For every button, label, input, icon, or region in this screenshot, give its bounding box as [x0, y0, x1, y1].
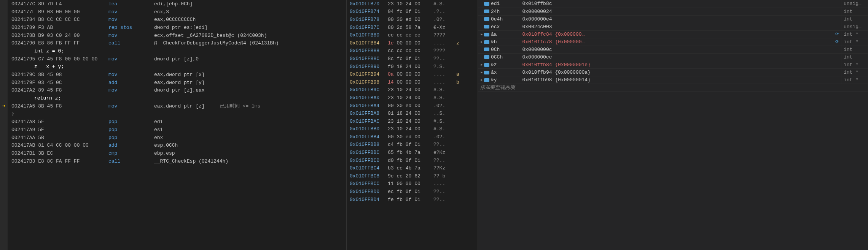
memory-row[interactable]: 0x010FFBD0ec fb 0f 01??.. [347, 188, 478, 196]
asm-line[interactable]: 0024178B B9 03 C0 24 00movecx,offset _6A… [0, 32, 346, 40]
watch-row[interactable]: 0e4h0x000000e4int [478, 15, 868, 23]
source-line[interactable]: z = x + y; [0, 63, 346, 71]
memory-row[interactable]: 0x010FFB7404 fc 0f 01.?.. [347, 8, 478, 16]
memory-hex: 00 30 ed 00 [388, 134, 433, 140]
source-line[interactable]: return z; [0, 94, 346, 102]
asm-line[interactable]: 002417AB 81 C4 CC 00 00 00addesp,0CCh [0, 141, 346, 149]
asm-line[interactable]: 00241795 C7 45 F8 00 00 00 00movdword pt… [0, 55, 346, 63]
refresh-icon[interactable]: ⟳ [835, 32, 839, 36]
watch-value-cell[interactable]: 0x00000024 [520, 8, 841, 15]
watch-row[interactable]: ▸&a0x010ffc84 {0x000000…⟳int * [478, 30, 868, 38]
asm-address-bytes: 00241795 C7 45 F8 00 00 00 00 [11, 56, 108, 62]
memory-address: 0x010FFB9C [350, 87, 388, 93]
refresh-icon[interactable]: ⟳ [835, 39, 839, 44]
watch-name-cell[interactable]: ▸&y [478, 76, 520, 84]
watch-row[interactable]: ▸&z0x010ffb84 {0x0000001e}int * [478, 61, 868, 68]
watch-value-cell[interactable]: 0x0024c003 [520, 23, 841, 30]
memory-row[interactable]: 0x010FFB8C8c fc 0f 01??.. [347, 55, 478, 63]
memory-row[interactable]: 0x010FFBD4fe fb 0f 01??.. [347, 196, 478, 204]
breakpoint-gutter[interactable] [0, 0, 8, 250]
memory-row[interactable]: 0x010FFBB400 30 ed 00.0?. [347, 133, 478, 141]
memory-row[interactable]: 0x010FFBCC11 00 00 00.... [347, 180, 478, 188]
memory-address: 0x010FFB94 [350, 71, 388, 77]
asm-line[interactable]: 00241789 F3 ABrep stosdword ptr es:[edi] [0, 24, 346, 32]
source-line[interactable]: int z = 0; [0, 47, 346, 55]
memory-row[interactable]: 0x010FFBB023 10 24 00#.$. [347, 125, 478, 133]
watch-pane[interactable]: edi0x010ffb8cunsig…24h0x00000024int0e4h0… [478, 0, 868, 250]
disassembly-pane[interactable]: 0024177C 8D 7D F4leaedi,[ebp-0Ch]0024177… [0, 0, 346, 250]
asm-line[interactable]: 002417A5 8B 45 F8moveax,dword ptr [z]已用时… [0, 102, 346, 110]
asm-line[interactable]: 00241784 B8 CC CC CC CCmoveax,0CCCCCCCCh [0, 16, 346, 24]
watch-name-cell[interactable]: 0Ch [478, 46, 520, 53]
memory-row[interactable]: 0x010FFBC4b3 ee 4b 7a??Kz [347, 164, 478, 172]
watch-name-cell[interactable]: edi [478, 0, 520, 8]
watch-add-row[interactable]: 添加要监视的项 [478, 84, 868, 91]
watch-name-cell[interactable]: ▸&z [478, 61, 520, 68]
watch-name-cell[interactable]: 0e4h [478, 15, 520, 23]
asm-line[interactable]: 0024179F 03 45 0Caddeax,dword ptr [y] [0, 79, 346, 87]
watch-row[interactable]: 0CCh0x000000ccint [478, 53, 868, 61]
memory-row[interactable]: 0x010FFBAC23 10 24 00#.$. [347, 117, 478, 125]
asm-line[interactable]: 0024177F B9 03 00 00 00movecx,3 [0, 8, 346, 16]
expand-icon[interactable]: ▸ [480, 77, 484, 83]
memory-row[interactable]: 0x010FFBC0d0 fb 0f 01??.. [347, 157, 478, 165]
asm-line[interactable]: 002417A2 89 45 F8movdword ptr [z],eax [0, 87, 346, 95]
memory-row[interactable]: 0x010FFB9814 00 00 00....b [347, 78, 478, 86]
memory-row[interactable]: 0x010FFBBC65 fb 4b 7ae?Kz [347, 149, 478, 157]
watch-value-cell[interactable]: 0x010ffc84 {0x000000…⟳ [520, 30, 841, 38]
asm-line[interactable]: 00241790 E8 86 FB FF FFcall@__CheckForDe… [0, 39, 346, 47]
watch-value-cell[interactable]: 0x000000cc [520, 53, 841, 61]
watch-value-cell[interactable]: 0x0000000c [520, 46, 841, 53]
watch-row[interactable]: ▸&b0x010ffc78 {0x000000…⟳int * [478, 38, 868, 46]
asm-line[interactable]: 002417AA 5Bpopebx [0, 134, 346, 142]
memory-ascii: ?? b [433, 173, 456, 179]
watch-value-cell[interactable]: 0x010ffb8c [520, 0, 841, 8]
asm-line[interactable]: 002417B1 3B ECcmpebp,esp [0, 149, 346, 157]
watch-name-cell[interactable]: ▸&x [478, 68, 520, 76]
memory-address: 0x010FFBCC [350, 181, 388, 187]
memory-row[interactable]: 0x010FFBA801 18 24 00..$. [347, 109, 478, 117]
watch-row[interactable]: edi0x010ffb8cunsig… [478, 0, 868, 8]
memory-row[interactable]: 0x010FFBC89c ec 20 62?? b [347, 172, 478, 180]
watch-row[interactable]: 0Ch0x0000000cint [478, 46, 868, 53]
memory-row[interactable]: 0x010FFB90f0 18 24 00?.$. [347, 63, 478, 71]
asm-line[interactable]: 002417A8 5Fpopedi [0, 118, 346, 126]
memory-row[interactable]: 0x010FFB7800 30 ed 00.0?. [347, 16, 478, 24]
watch-name-cell[interactable]: 0CCh [478, 53, 520, 61]
watch-row[interactable]: ecx0x0024c003unsig… [478, 23, 868, 30]
memory-row[interactable]: 0x010FFBA400 30 ed 00.0?. [347, 102, 478, 110]
asm-address-bytes: 00241790 E8 86 FB FF FF [11, 40, 108, 46]
memory-row[interactable]: 0x010FFB7023 10 24 00#.$. [347, 0, 478, 8]
asm-line[interactable]: 0024177C 8D 7D F4leaedi,[ebp-0Ch] [0, 0, 346, 8]
memory-hex: 01 18 24 00 [388, 111, 433, 116]
memory-row[interactable]: 0x010FFBB8c4 fb 0f 01??.. [347, 141, 478, 149]
asm-line[interactable]: 002417A9 5Epopesi [0, 126, 346, 134]
asm-line[interactable]: 0024179C 8B 45 08moveax,dword ptr [x] [0, 71, 346, 79]
watch-row[interactable]: ▸&x0x010ffb94 {0x0000000a}int * [478, 68, 868, 76]
memory-row[interactable]: 0x010FFB841e 00 00 00....z [347, 39, 478, 47]
asm-line[interactable]: 002417B3 E8 8C FA FF FFcall__RTC_CheckEs… [0, 157, 346, 165]
watch-name-cell[interactable]: ▸&a [478, 30, 520, 38]
expand-icon[interactable]: ▸ [480, 39, 484, 45]
watch-row[interactable]: 24h0x00000024int [478, 8, 868, 15]
watch-value-cell[interactable]: 0x010ffb94 {0x0000000a} [520, 68, 841, 76]
memory-row[interactable]: 0x010FFB7C80 2d 58 7a€-Xz [347, 24, 478, 32]
memory-row[interactable]: 0x010FFBA023 10 24 00#.$. [347, 94, 478, 102]
watch-name-cell[interactable]: 24h [478, 8, 520, 15]
watch-value-cell[interactable]: 0x010ffc78 {0x000000…⟳ [520, 38, 841, 46]
memory-row[interactable]: 0x010FFB80cc cc cc cc???? [347, 31, 478, 39]
expand-icon[interactable]: ▸ [480, 62, 484, 68]
memory-row[interactable]: 0x010FFB88cc cc cc cc???? [347, 47, 478, 55]
perf-tip[interactable]: 已用时间 <= 1ms [220, 103, 261, 109]
expand-icon[interactable]: ▸ [480, 69, 484, 75]
watch-name-cell[interactable]: ecx [478, 23, 520, 30]
watch-value-cell[interactable]: 0x010ffb84 {0x0000001e} [520, 61, 841, 68]
expand-icon[interactable]: ▸ [480, 31, 484, 37]
watch-value-cell[interactable]: 0x010ffb98 {0x00000014} [520, 76, 841, 84]
watch-value-cell[interactable]: 0x000000e4 [520, 15, 841, 23]
watch-row[interactable]: ▸&y0x010ffb98 {0x00000014}int * [478, 76, 868, 84]
watch-name-cell[interactable]: ▸&b [478, 38, 520, 46]
memory-row[interactable]: 0x010FFB940a 00 00 00....a [347, 70, 478, 78]
memory-pane[interactable]: 0x010FFB7023 10 24 00#.$.0x010FFB7404 fc… [346, 0, 478, 250]
memory-row[interactable]: 0x010FFB9C23 10 24 00#.$. [347, 86, 478, 94]
